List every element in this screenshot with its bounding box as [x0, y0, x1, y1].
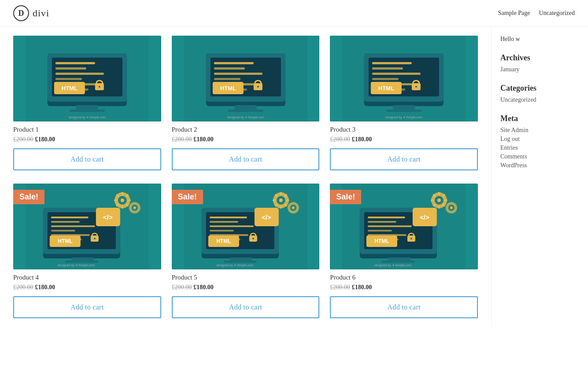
svg-point-16: [99, 86, 100, 88]
add-to-cart-button-3[interactable]: Add to cart: [330, 148, 478, 170]
current-price: £180.00: [352, 136, 372, 143]
svg-rect-144: [438, 192, 440, 195]
svg-text:designed by ✦ freepik.com: designed by ✦ freepik.com: [227, 116, 264, 119]
product-price-1: £200.00£180.00: [13, 136, 161, 143]
product-name-1: Product 1: [13, 126, 161, 133]
add-to-cart-button-4[interactable]: Add to cart: [13, 296, 161, 318]
svg-rect-114: [280, 205, 281, 209]
svg-rect-78: [127, 199, 131, 201]
current-price: £180.00: [352, 284, 372, 291]
product-name-4: Product 4: [13, 274, 161, 281]
sidebar-meta-heading: Meta: [500, 114, 579, 123]
svg-rect-129: [368, 221, 396, 223]
product-price-6: £200.00£180.00: [330, 284, 478, 291]
svg-text:</>: </>: [262, 213, 271, 221]
svg-text:HTML: HTML: [374, 238, 389, 244]
add-to-cart-button-1[interactable]: Add to cart: [13, 148, 161, 170]
svg-text:HTML: HTML: [220, 85, 236, 92]
svg-rect-58: [72, 258, 94, 261]
svg-point-120: [292, 206, 294, 209]
svg-text:designed by ✦ freepik.com: designed by ✦ freepik.com: [374, 264, 411, 267]
svg-rect-131: [368, 230, 392, 232]
svg-rect-110: [280, 192, 281, 195]
svg-text:HTML: HTML: [378, 85, 394, 92]
svg-rect-43: [372, 67, 403, 70]
original-price: £200.00: [13, 136, 33, 143]
original-price: £200.00: [330, 284, 350, 291]
svg-point-34: [257, 86, 259, 88]
svg-rect-76: [122, 192, 123, 195]
product-grid: HTML designed by ✦ freepik.com Product 1…: [13, 36, 478, 318]
add-to-cart-button-2[interactable]: Add to cart: [172, 148, 320, 170]
product-card-2: HTML designed by ✦ freepik.com Product 2…: [172, 36, 320, 170]
sidebar: Hello w Archives January Categories Unca…: [491, 27, 588, 327]
svg-rect-23: [228, 110, 263, 112]
nav-links: Sample Page Uncategorized: [498, 10, 575, 17]
svg-text:designed by ✦ freepik.com: designed by ✦ freepik.com: [58, 264, 95, 267]
svg-rect-6: [55, 62, 95, 64]
sale-badge-5: Sale!: [172, 190, 203, 204]
svg-rect-22: [234, 105, 256, 110]
svg-rect-60: [51, 217, 89, 218]
svg-rect-41: [386, 110, 422, 112]
svg-rect-26: [214, 73, 262, 75]
svg-rect-150: [431, 199, 434, 201]
original-price: £200.00: [172, 136, 192, 143]
svg-text:</>: </>: [103, 213, 113, 221]
sidebar-hello-text: Hello w: [500, 36, 520, 42]
product-image-4: Sale! HTML </>: [13, 184, 161, 269]
sidebar-meta-section: Meta Site Admin Log out Entries Comments…: [500, 114, 579, 169]
svg-rect-44: [372, 73, 421, 75]
svg-rect-4: [76, 105, 98, 110]
sidebar-meta-logout[interactable]: Log out: [500, 136, 579, 143]
svg-rect-126: [388, 258, 410, 261]
sale-badge-4: Sale!: [13, 190, 44, 204]
svg-text:designed by ✦ freepik.com: designed by ✦ freepik.com: [385, 116, 422, 119]
main-content: HTML designed by ✦ freepik.com Product 1…: [0, 27, 491, 327]
sidebar-categories-heading: Categories: [500, 84, 579, 93]
product-image-6: Sale! HTML </>: [330, 184, 478, 269]
product-name-5: Product 5: [172, 274, 320, 281]
svg-rect-5: [70, 110, 105, 112]
add-to-cart-button-5[interactable]: Add to cart: [172, 296, 320, 318]
sidebar-categories-uncategorized[interactable]: Uncategorized: [500, 96, 579, 103]
svg-rect-61: [51, 221, 80, 223]
svg-rect-148: [438, 205, 440, 209]
svg-point-109: [279, 199, 282, 202]
nav-uncategorized[interactable]: Uncategorized: [539, 10, 575, 17]
sidebar-meta-entries[interactable]: Entries: [500, 144, 579, 151]
svg-point-86: [133, 206, 136, 209]
sidebar-meta-wordpress[interactable]: WordPress: [500, 162, 579, 169]
logo-letter: D: [18, 9, 24, 18]
svg-text:designed by ✦ freepik.com: designed by ✦ freepik.com: [69, 116, 106, 119]
svg-rect-96: [209, 225, 253, 227]
product-card-1: HTML designed by ✦ freepik.com Product 1…: [13, 36, 161, 170]
svg-rect-127: [382, 261, 415, 263]
svg-point-52: [415, 86, 417, 88]
svg-rect-130: [368, 225, 412, 227]
sidebar-meta-comments[interactable]: Comments: [500, 153, 579, 160]
sidebar-categories-section: Categories Uncategorized: [500, 84, 579, 103]
logo-name: divi: [33, 7, 49, 19]
current-price: £180.00: [193, 284, 214, 291]
add-to-cart-button-6[interactable]: Add to cart: [330, 296, 478, 318]
svg-rect-40: [393, 105, 415, 110]
product-image-5: Sale! HTML </>: [172, 184, 320, 269]
header: D divi Sample Page Uncategorized: [0, 0, 588, 27]
sidebar-hello: Hello w: [500, 36, 579, 43]
nav-sample-page[interactable]: Sample Page: [498, 10, 530, 17]
product-card-6: Sale! HTML </>: [330, 184, 478, 318]
svg-point-104: [252, 238, 254, 239]
svg-rect-7: [55, 67, 86, 70]
svg-rect-128: [368, 217, 405, 218]
svg-text:HTML: HTML: [58, 238, 72, 244]
sidebar-meta-site-admin[interactable]: Site Admin: [500, 127, 579, 134]
product-name-6: Product 6: [330, 274, 478, 281]
svg-text:HTML: HTML: [62, 85, 78, 92]
original-price: £200.00: [13, 284, 33, 291]
svg-rect-112: [285, 199, 289, 201]
svg-text:</>: </>: [420, 213, 429, 221]
sidebar-archives-january[interactable]: January: [500, 66, 579, 73]
logo-area[interactable]: D divi: [13, 5, 49, 21]
svg-point-143: [437, 199, 441, 202]
